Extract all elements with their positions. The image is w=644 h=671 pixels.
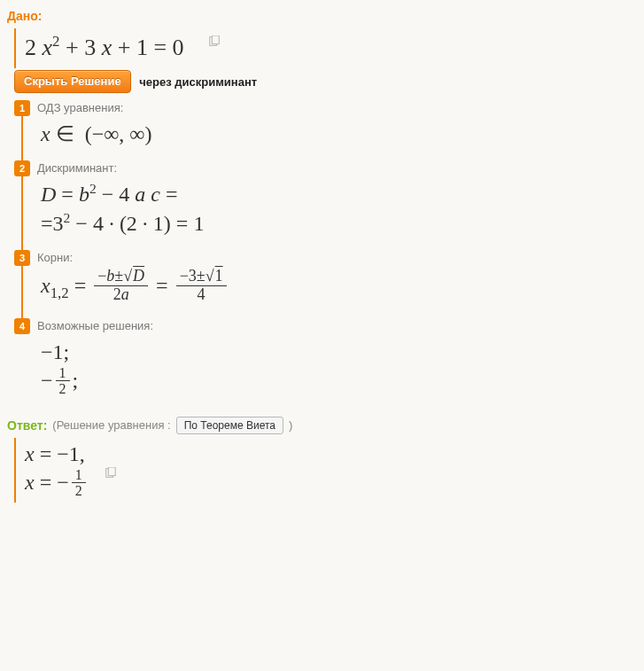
step-equation: x1,2 = −b±√D2a = −3±√14 [41, 269, 637, 306]
solution-method-label: через дискриминант [139, 75, 257, 89]
answer-equation: x = −12 [25, 468, 89, 501]
svg-rect-3 [108, 467, 115, 476]
copy-icon[interactable] [105, 467, 117, 480]
answer-paren-prefix: (Решение уравнения : [52, 418, 170, 432]
solution-toggle-row: Скрыть Решение через дискриминант [14, 70, 637, 93]
solution-step: 1ОДЗ уравнения:x ∈ (−∞, ∞) [14, 100, 637, 160]
step-label: ОДЗ уравнения: [37, 100, 637, 114]
step-label: Корни: [37, 250, 637, 264]
answer-heading-row: Ответ: (Решение уравнения : По Теореме В… [7, 417, 637, 434]
step-number-badge: 1 [14, 100, 30, 116]
given-equation: 2 x2 + 3 x + 1 = 0 [25, 35, 184, 60]
copy-icon[interactable] [208, 35, 221, 48]
step-number-badge: 3 [14, 250, 30, 266]
answer-heading: Ответ: [7, 418, 47, 433]
answer-paren-suffix: ) [289, 418, 292, 432]
solution-step: 2Дискриминант:D = b2 − 4 a c ==32 − 4 · … [14, 160, 637, 250]
solution-step: 3Корни:x1,2 = −b±√D2a = −3±√14 [14, 250, 637, 318]
step-equation: D = b2 − 4 a c = [41, 180, 637, 208]
step-number-badge: 2 [14, 160, 30, 176]
step-equation: x ∈ (−∞, ∞) [41, 120, 637, 148]
answer-equation: x = −1, [25, 440, 89, 468]
step-equation: −12; [41, 366, 637, 399]
step-number-badge: 4 [14, 318, 30, 334]
given-block: 2 x2 + 3 x + 1 = 0 [14, 28, 637, 68]
steps-container: 1ОДЗ уравнения:x ∈ (−∞, ∞)2Дискриминант:… [14, 100, 637, 411]
step-label: Возможные решения: [37, 318, 637, 332]
toggle-solution-button[interactable]: Скрыть Решение [14, 70, 131, 93]
step-label: Дискриминант: [37, 160, 637, 175]
vieta-button[interactable]: По Теореме Виета [176, 417, 283, 434]
given-heading: Дано: [7, 9, 637, 23]
step-equation: =32 − 4 · (2 · 1) = 1 [41, 209, 637, 238]
step-equation: −1; [41, 338, 637, 366]
svg-rect-1 [213, 35, 220, 44]
answer-block: x = −1,x = −12 [14, 438, 637, 503]
solution-step: 4Возможные решения:−1;−12; [14, 318, 637, 411]
